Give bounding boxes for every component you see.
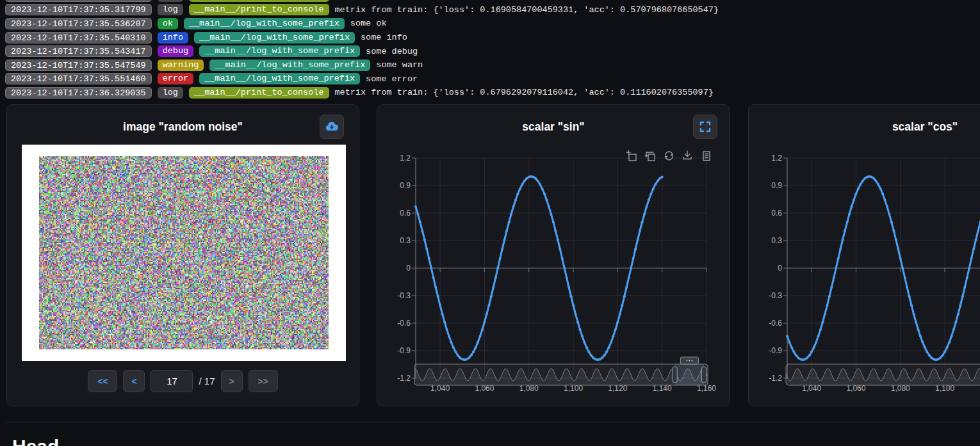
sin-chart: 1,0401,0601,0801,1001,1201,1401,1601.20.…	[377, 105, 731, 407]
section-heading: Head	[12, 436, 59, 446]
log-row: 2023-12-10T17:37:36.329035 log __main__/…	[5, 86, 980, 100]
noise-canvas	[39, 156, 329, 349]
timestamp-badge: 2023-12-10T17:37:35.317799	[5, 4, 152, 15]
timestamp-badge: 2023-12-10T17:37:35.547549	[5, 60, 152, 71]
log-console: 2023-12-10T17:37:35.317799 log __main__/…	[0, 0, 980, 100]
last-page-button[interactable]: >>	[249, 370, 278, 392]
toolbox-zoom-back-icon[interactable]	[645, 152, 655, 161]
log-message: some info	[361, 33, 407, 42]
module-badge: __main__/print_to_console	[189, 4, 329, 15]
log-message: metrix from train: {'loss': 0.6796292079…	[335, 88, 714, 97]
svg-text:-1.2: -1.2	[397, 374, 411, 383]
page-number-input[interactable]	[151, 370, 193, 392]
svg-text:1.2: 1.2	[400, 154, 411, 163]
cos-card-title: scalar "cos"	[749, 120, 980, 134]
log-row: 2023-12-10T17:37:35.317799 log __main__/…	[5, 3, 980, 17]
toolbox-restore-icon[interactable]	[666, 152, 673, 160]
timestamp-badge: 2023-12-10T17:37:35.317799	[5, 0, 152, 2]
datazoom-slider[interactable]	[786, 357, 980, 385]
svg-text:0.9: 0.9	[400, 181, 411, 190]
image-pagination: << < / 17 > >>	[7, 370, 359, 392]
next-page-button[interactable]: >	[221, 370, 243, 392]
module-badge: __main__/log_with_some_prefix	[209, 60, 370, 71]
image-card-title: image "random noise"	[7, 120, 359, 134]
svg-text:0.3: 0.3	[771, 236, 782, 245]
datazoom-right-handle[interactable]	[702, 367, 706, 383]
log-level-badge: log	[158, 0, 183, 2]
fullscreen-icon	[699, 120, 712, 133]
svg-text:0.6: 0.6	[400, 209, 411, 218]
svg-text:0.6: 0.6	[771, 209, 782, 218]
dashboard: 2023-12-10T17:37:35.317799 log __main__/…	[0, 0, 980, 446]
timestamp-badge: 2023-12-10T17:37:35.543417	[5, 45, 152, 57]
svg-text:-0.9: -0.9	[397, 346, 411, 355]
datazoom-left-handle[interactable]	[673, 367, 677, 383]
page-total-label: / 17	[199, 376, 215, 386]
sin-chart-card: 1,0401,0601,0801,1001,1201,1401,1601.20.…	[377, 104, 730, 406]
log-message: some warn	[376, 60, 423, 70]
log-level-badge: log	[158, 87, 183, 99]
cos-chart: 1,0401,0601,0801,1001,1201,1401,1601.20.…	[749, 105, 980, 407]
prev-page-button[interactable]: <	[123, 370, 145, 392]
svg-text:-0.6: -0.6	[397, 319, 411, 328]
svg-text:-0.9: -0.9	[769, 346, 782, 355]
log-level-badge: log	[158, 4, 183, 15]
log-level-badge: info	[158, 32, 188, 44]
section-divider	[5, 422, 980, 422]
log-message: some error	[366, 74, 418, 84]
svg-text:0.9: 0.9	[771, 181, 782, 190]
log-message: metrix from train: {'loss': 0.1690584700…	[335, 5, 719, 15]
log-level-badge: debug	[158, 45, 194, 57]
timestamp-badge: 2023-12-10T17:37:36.329035	[5, 87, 152, 99]
noise-image	[22, 145, 346, 361]
log-level-badge: warning	[158, 60, 204, 71]
datazoom-window[interactable]	[675, 364, 704, 385]
module-badge: __main__/log_with_some_prefix	[184, 18, 345, 29]
timestamp-badge: 2023-12-10T17:37:35.536207	[5, 18, 152, 29]
log-message: metrix from train: {'loss': 0.1690584700…	[335, 0, 719, 1]
log-level-badge: error	[158, 73, 194, 84]
sin-card-title: scalar "sin"	[377, 120, 730, 134]
datazoom-move-handle[interactable]	[680, 357, 698, 364]
first-page-button[interactable]: <<	[88, 370, 117, 392]
module-badge: __main__/print_to_console	[189, 87, 329, 99]
svg-text:-0.6: -0.6	[769, 319, 782, 328]
module-badge: __main__/log_with_some_prefix	[199, 73, 360, 84]
toolbox-box-zoom-icon[interactable]	[626, 150, 636, 161]
log-message: some ok	[350, 19, 387, 28]
module-badge: __main__/print_to_console	[189, 0, 329, 2]
module-badge: __main__/log_with_some_prefix	[194, 32, 355, 44]
timestamp-badge: 2023-12-10T17:37:35.540310	[5, 32, 152, 44]
timestamp-badge: 2023-12-10T17:37:35.551460	[5, 73, 152, 84]
log-row: 2023-12-10T17:37:35.547549 warning __mai…	[5, 58, 980, 72]
log-row: 2023-12-10T17:37:35.540310 info __main__…	[5, 31, 980, 45]
svg-text:0.3: 0.3	[400, 236, 411, 245]
svg-text:0: 0	[778, 264, 782, 273]
cloud-download-icon	[324, 119, 339, 134]
log-row: 2023-12-10T17:37:35.536207 ok __main__/l…	[5, 17, 980, 31]
image-card: image "random noise" << < / 17 > >>	[6, 104, 359, 406]
log-row: 2023-12-10T17:37:35.551460 error __main_…	[5, 72, 980, 86]
cos-chart-card: 1,0401,0601,0801,1001,1201,1401,1601.20.…	[748, 104, 980, 406]
svg-text:-0.3: -0.3	[769, 291, 782, 300]
log-level-badge: ok	[158, 18, 178, 29]
svg-text:-0.3: -0.3	[397, 291, 411, 300]
fullscreen-button[interactable]	[693, 115, 717, 139]
log-row: 2023-12-10T17:37:35.543417 debug __main_…	[5, 44, 980, 58]
datazoom-slider[interactable]	[414, 357, 708, 385]
svg-text:-1.2: -1.2	[769, 374, 782, 383]
module-badge: __main__/log_with_some_prefix	[199, 45, 360, 57]
svg-text:0: 0	[406, 264, 411, 273]
log-message: some debug	[366, 47, 418, 56]
download-image-button[interactable]	[320, 115, 344, 139]
svg-text:1.2: 1.2	[771, 154, 782, 163]
